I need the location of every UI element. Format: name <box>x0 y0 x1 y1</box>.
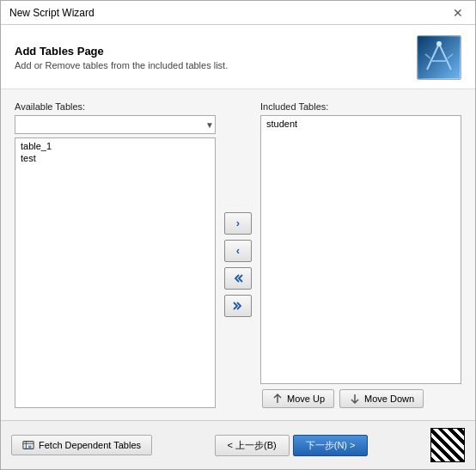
fetch-button-label: Fetch Dependent Tables <box>39 440 141 450</box>
move-order-buttons: Move Up Move Down <box>260 389 461 408</box>
move-up-icon <box>272 393 284 405</box>
wizard-graphic <box>418 37 460 78</box>
window-title: New Script Wizard <box>9 7 95 19</box>
navigation-buttons: < 上一步(B) 下一步(N) > <box>215 435 369 456</box>
next-button[interactable]: 下一步(N) > <box>293 435 369 456</box>
move-down-button[interactable]: Move Down <box>339 389 424 408</box>
available-tables-label: Available Tables: <box>15 101 216 112</box>
back-button[interactable]: < 上一步(B) <box>215 435 290 456</box>
move-down-icon <box>349 393 361 405</box>
move-left-button[interactable]: ‹ <box>224 240 252 262</box>
move-up-label: Move Up <box>287 394 325 404</box>
transfer-buttons: › ‹ <box>216 120 260 408</box>
header-icon <box>417 35 461 80</box>
page-subtitle: Add or Remove tables from the included t… <box>15 60 417 70</box>
list-item[interactable]: test <box>17 152 213 164</box>
header-text: Add Tables Page Add or Remove tables fro… <box>15 45 417 70</box>
available-tables-list[interactable]: table_1 test <box>15 137 216 408</box>
table-dropdown[interactable] <box>15 115 216 134</box>
move-up-button[interactable]: Move Up <box>262 389 334 408</box>
table-dropdown-wrapper: ▼ <box>15 115 216 134</box>
available-tables-panel: Available Tables: ▼ table_1 test <box>15 101 216 408</box>
tables-area: Available Tables: ▼ table_1 test › ‹ <box>15 101 461 408</box>
list-item[interactable]: table_1 <box>17 140 213 152</box>
page-title: Add Tables Page <box>15 45 417 58</box>
header-section: Add Tables Page Add or Remove tables fro… <box>1 25 475 89</box>
title-bar: New Script Wizard ✕ <box>1 1 475 25</box>
included-tables-list[interactable]: student <box>260 115 461 384</box>
close-button[interactable]: ✕ <box>449 7 467 19</box>
included-tables-panel: Included Tables: student Move Up <box>260 101 461 408</box>
svg-rect-4 <box>23 442 34 449</box>
move-down-label: Move Down <box>364 394 414 404</box>
fetch-icon <box>22 439 34 451</box>
included-tables-label: Included Tables: <box>260 101 461 112</box>
move-right-button[interactable]: › <box>224 212 252 235</box>
fetch-dependent-tables-button[interactable]: Fetch Dependent Tables <box>11 435 152 455</box>
move-all-right-button[interactable] <box>224 295 252 317</box>
list-item[interactable]: student <box>263 118 459 130</box>
content-area: Available Tables: ▼ table_1 test › ‹ <box>1 89 475 420</box>
move-all-left-button[interactable] <box>224 267 252 290</box>
svg-point-1 <box>436 41 442 46</box>
double-right-icon <box>231 299 245 313</box>
qr-code <box>430 428 465 462</box>
double-left-icon <box>231 272 245 285</box>
bottom-bar: Fetch Dependent Tables < 上一步(B) 下一步(N) > <box>1 420 475 469</box>
wizard-window: New Script Wizard ✕ Add Tables Page Add … <box>0 0 476 470</box>
